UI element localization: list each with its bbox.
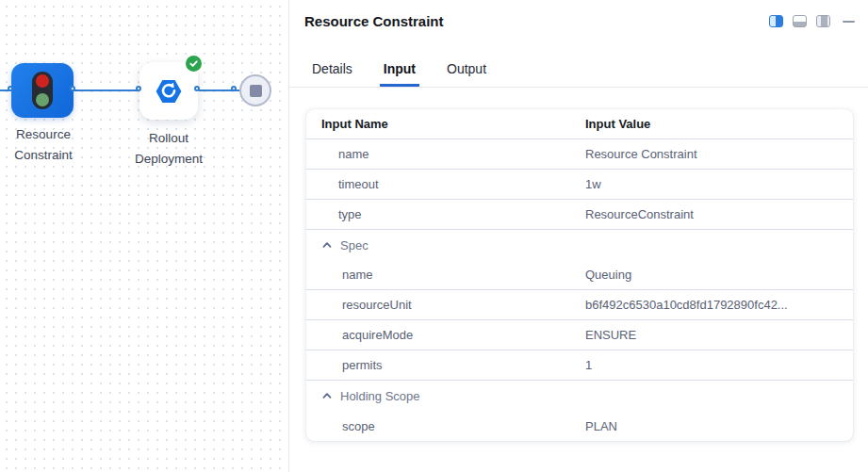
tab-details[interactable]: Details — [308, 52, 356, 87]
connection-port[interactable] — [231, 86, 237, 91]
table-row: nameResource Constraint — [306, 139, 853, 170]
table-group-row: Spec — [306, 230, 853, 260]
tab-output[interactable]: Output — [443, 52, 490, 87]
table-group-row: Holding Scope — [306, 381, 853, 411]
connection-port[interactable] — [8, 86, 13, 91]
dock-bottom-icon[interactable] — [793, 15, 807, 27]
minimize-icon[interactable] — [843, 21, 855, 23]
table-row: timeout1w — [306, 170, 853, 200]
stop-icon — [250, 85, 262, 97]
tab-bar: DetailsInputOutput — [289, 52, 868, 88]
input-value-cell: Queuing — [585, 268, 853, 282]
traffic-light-icon — [32, 72, 53, 109]
details-panel: Resource Constraint DetailsInputOutput I… — [289, 0, 868, 472]
input-value-cell: b6f492c6530a10cd8fd1792890fc42... — [585, 298, 853, 312]
input-name-cell: type — [306, 207, 585, 221]
column-input-name: Input Name — [306, 117, 585, 131]
dock-float-icon[interactable] — [816, 15, 830, 27]
node-label: Resource Constraint — [1, 124, 86, 166]
column-input-value: Input Value — [585, 117, 853, 131]
tab-input[interactable]: Input — [380, 52, 419, 87]
connection-port[interactable] — [70, 86, 75, 91]
table-row: typeResourceConstraint — [306, 200, 853, 230]
workflow-editor: Resource Constraint Rollout Deployment R… — [0, 0, 868, 472]
group-label: Holding Scope — [340, 389, 420, 403]
panel-header: Resource Constraint — [289, 0, 868, 29]
group-label: Spec — [340, 238, 368, 252]
input-name-cell: acquireMode — [306, 328, 585, 342]
chevron-up-icon[interactable] — [321, 390, 333, 401]
input-name-cell: scope — [306, 419, 585, 433]
input-value-cell: ResourceConstraint — [585, 207, 853, 221]
rollout-icon — [154, 76, 184, 106]
table-row: nameQueuing — [306, 260, 853, 290]
traffic-light-red — [36, 74, 49, 88]
table-header-row: Input Name Input Value — [306, 109, 853, 139]
dock-right-icon[interactable] — [769, 15, 783, 27]
node-resource-constraint[interactable] — [11, 63, 74, 118]
panel-title: Resource Constraint — [304, 13, 769, 29]
node-label: Rollout Deployment — [121, 128, 217, 170]
input-value-cell: 1w — [585, 177, 853, 191]
node-rollout-deployment[interactable] — [139, 62, 198, 120]
input-name-cell: permits — [306, 358, 585, 372]
connection-port[interactable] — [136, 86, 141, 91]
traffic-light-green — [36, 93, 49, 106]
workflow-canvas[interactable]: Resource Constraint Rollout Deployment — [0, 0, 289, 472]
input-value-cell: 1 — [585, 358, 853, 372]
input-name-cell: timeout — [306, 177, 585, 191]
node-end[interactable] — [239, 74, 271, 106]
input-value-cell: PLAN — [585, 419, 853, 433]
edge-line — [74, 90, 141, 91]
input-table-card: Input Name Input Value nameResource Cons… — [306, 109, 853, 441]
table-body: nameResource Constrainttimeout1wtypeReso… — [306, 139, 853, 441]
connection-port[interactable] — [194, 86, 200, 91]
table-row: permits1 — [306, 350, 853, 381]
input-name-cell: resourceUnit — [306, 298, 585, 312]
table-row: resourceUnitb6f492c6530a10cd8fd1792890fc… — [306, 290, 853, 320]
success-check-icon — [184, 54, 204, 73]
chevron-up-icon[interactable] — [321, 239, 333, 251]
table-row: acquireModeENSURE — [306, 320, 853, 350]
input-value-cell: Resource Constraint — [585, 147, 853, 161]
panel-controls — [769, 15, 855, 27]
input-name-cell: name — [306, 147, 585, 161]
table-row: scopePLAN — [306, 411, 853, 441]
input-value-cell: ENSURE — [585, 328, 853, 342]
input-name-cell: name — [306, 268, 585, 282]
